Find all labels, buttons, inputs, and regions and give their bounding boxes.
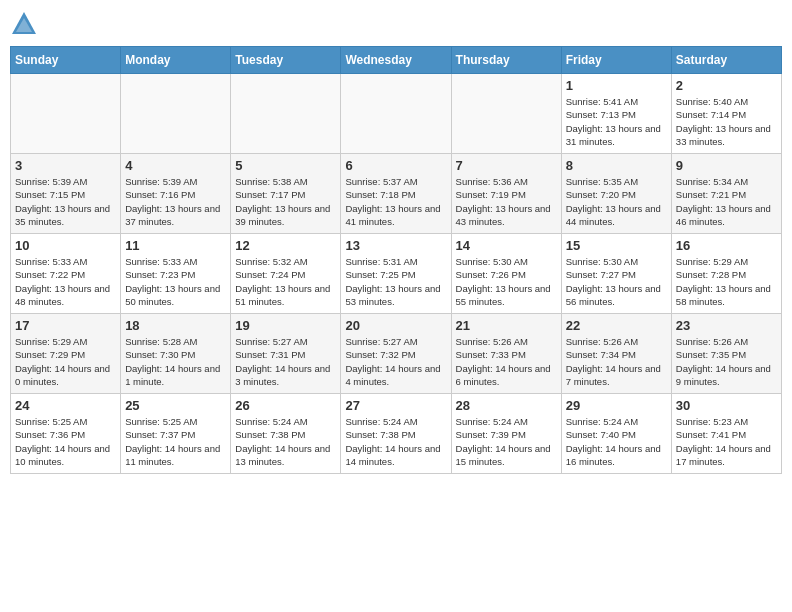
calendar-cell: 15Sunrise: 5:30 AM Sunset: 7:27 PM Dayli… bbox=[561, 234, 671, 314]
day-number: 18 bbox=[125, 318, 226, 333]
calendar-cell: 4Sunrise: 5:39 AM Sunset: 7:16 PM Daylig… bbox=[121, 154, 231, 234]
day-number: 16 bbox=[676, 238, 777, 253]
calendar-cell: 26Sunrise: 5:24 AM Sunset: 7:38 PM Dayli… bbox=[231, 394, 341, 474]
logo-icon bbox=[10, 10, 38, 38]
calendar-cell: 25Sunrise: 5:25 AM Sunset: 7:37 PM Dayli… bbox=[121, 394, 231, 474]
weekday-header-friday: Friday bbox=[561, 47, 671, 74]
calendar-cell: 16Sunrise: 5:29 AM Sunset: 7:28 PM Dayli… bbox=[671, 234, 781, 314]
calendar-cell: 9Sunrise: 5:34 AM Sunset: 7:21 PM Daylig… bbox=[671, 154, 781, 234]
week-row-5: 24Sunrise: 5:25 AM Sunset: 7:36 PM Dayli… bbox=[11, 394, 782, 474]
day-number: 15 bbox=[566, 238, 667, 253]
day-info: Sunrise: 5:30 AM Sunset: 7:27 PM Dayligh… bbox=[566, 255, 667, 308]
calendar-cell: 3Sunrise: 5:39 AM Sunset: 7:15 PM Daylig… bbox=[11, 154, 121, 234]
day-number: 5 bbox=[235, 158, 336, 173]
day-info: Sunrise: 5:26 AM Sunset: 7:35 PM Dayligh… bbox=[676, 335, 777, 388]
calendar-cell bbox=[341, 74, 451, 154]
weekday-header-monday: Monday bbox=[121, 47, 231, 74]
day-number: 2 bbox=[676, 78, 777, 93]
week-row-2: 3Sunrise: 5:39 AM Sunset: 7:15 PM Daylig… bbox=[11, 154, 782, 234]
calendar-cell: 17Sunrise: 5:29 AM Sunset: 7:29 PM Dayli… bbox=[11, 314, 121, 394]
weekday-header-thursday: Thursday bbox=[451, 47, 561, 74]
weekday-header-tuesday: Tuesday bbox=[231, 47, 341, 74]
calendar-cell bbox=[451, 74, 561, 154]
day-info: Sunrise: 5:29 AM Sunset: 7:28 PM Dayligh… bbox=[676, 255, 777, 308]
day-info: Sunrise: 5:29 AM Sunset: 7:29 PM Dayligh… bbox=[15, 335, 116, 388]
calendar-cell bbox=[121, 74, 231, 154]
day-info: Sunrise: 5:25 AM Sunset: 7:36 PM Dayligh… bbox=[15, 415, 116, 468]
calendar-cell: 23Sunrise: 5:26 AM Sunset: 7:35 PM Dayli… bbox=[671, 314, 781, 394]
day-info: Sunrise: 5:37 AM Sunset: 7:18 PM Dayligh… bbox=[345, 175, 446, 228]
weekday-header-sunday: Sunday bbox=[11, 47, 121, 74]
calendar-cell: 10Sunrise: 5:33 AM Sunset: 7:22 PM Dayli… bbox=[11, 234, 121, 314]
calendar-cell: 20Sunrise: 5:27 AM Sunset: 7:32 PM Dayli… bbox=[341, 314, 451, 394]
day-number: 19 bbox=[235, 318, 336, 333]
day-info: Sunrise: 5:39 AM Sunset: 7:16 PM Dayligh… bbox=[125, 175, 226, 228]
day-number: 17 bbox=[15, 318, 116, 333]
day-info: Sunrise: 5:25 AM Sunset: 7:37 PM Dayligh… bbox=[125, 415, 226, 468]
week-row-4: 17Sunrise: 5:29 AM Sunset: 7:29 PM Dayli… bbox=[11, 314, 782, 394]
logo bbox=[10, 10, 42, 38]
day-number: 12 bbox=[235, 238, 336, 253]
day-info: Sunrise: 5:24 AM Sunset: 7:38 PM Dayligh… bbox=[235, 415, 336, 468]
day-number: 25 bbox=[125, 398, 226, 413]
calendar-cell: 11Sunrise: 5:33 AM Sunset: 7:23 PM Dayli… bbox=[121, 234, 231, 314]
day-info: Sunrise: 5:36 AM Sunset: 7:19 PM Dayligh… bbox=[456, 175, 557, 228]
calendar-cell: 6Sunrise: 5:37 AM Sunset: 7:18 PM Daylig… bbox=[341, 154, 451, 234]
day-info: Sunrise: 5:24 AM Sunset: 7:39 PM Dayligh… bbox=[456, 415, 557, 468]
day-number: 22 bbox=[566, 318, 667, 333]
day-number: 3 bbox=[15, 158, 116, 173]
calendar-cell bbox=[11, 74, 121, 154]
day-info: Sunrise: 5:32 AM Sunset: 7:24 PM Dayligh… bbox=[235, 255, 336, 308]
calendar-cell: 18Sunrise: 5:28 AM Sunset: 7:30 PM Dayli… bbox=[121, 314, 231, 394]
day-info: Sunrise: 5:40 AM Sunset: 7:14 PM Dayligh… bbox=[676, 95, 777, 148]
calendar-cell: 22Sunrise: 5:26 AM Sunset: 7:34 PM Dayli… bbox=[561, 314, 671, 394]
day-number: 27 bbox=[345, 398, 446, 413]
day-number: 8 bbox=[566, 158, 667, 173]
day-number: 21 bbox=[456, 318, 557, 333]
day-info: Sunrise: 5:30 AM Sunset: 7:26 PM Dayligh… bbox=[456, 255, 557, 308]
day-number: 23 bbox=[676, 318, 777, 333]
calendar-cell: 2Sunrise: 5:40 AM Sunset: 7:14 PM Daylig… bbox=[671, 74, 781, 154]
calendar-cell: 14Sunrise: 5:30 AM Sunset: 7:26 PM Dayli… bbox=[451, 234, 561, 314]
day-info: Sunrise: 5:28 AM Sunset: 7:30 PM Dayligh… bbox=[125, 335, 226, 388]
calendar-cell: 27Sunrise: 5:24 AM Sunset: 7:38 PM Dayli… bbox=[341, 394, 451, 474]
day-info: Sunrise: 5:23 AM Sunset: 7:41 PM Dayligh… bbox=[676, 415, 777, 468]
calendar-cell: 13Sunrise: 5:31 AM Sunset: 7:25 PM Dayli… bbox=[341, 234, 451, 314]
calendar-cell: 8Sunrise: 5:35 AM Sunset: 7:20 PM Daylig… bbox=[561, 154, 671, 234]
calendar-cell: 28Sunrise: 5:24 AM Sunset: 7:39 PM Dayli… bbox=[451, 394, 561, 474]
day-info: Sunrise: 5:24 AM Sunset: 7:38 PM Dayligh… bbox=[345, 415, 446, 468]
calendar-table: SundayMondayTuesdayWednesdayThursdayFrid… bbox=[10, 46, 782, 474]
day-info: Sunrise: 5:38 AM Sunset: 7:17 PM Dayligh… bbox=[235, 175, 336, 228]
day-info: Sunrise: 5:26 AM Sunset: 7:34 PM Dayligh… bbox=[566, 335, 667, 388]
day-info: Sunrise: 5:24 AM Sunset: 7:40 PM Dayligh… bbox=[566, 415, 667, 468]
day-info: Sunrise: 5:31 AM Sunset: 7:25 PM Dayligh… bbox=[345, 255, 446, 308]
day-number: 4 bbox=[125, 158, 226, 173]
day-info: Sunrise: 5:27 AM Sunset: 7:32 PM Dayligh… bbox=[345, 335, 446, 388]
day-info: Sunrise: 5:41 AM Sunset: 7:13 PM Dayligh… bbox=[566, 95, 667, 148]
day-number: 20 bbox=[345, 318, 446, 333]
day-number: 7 bbox=[456, 158, 557, 173]
day-info: Sunrise: 5:26 AM Sunset: 7:33 PM Dayligh… bbox=[456, 335, 557, 388]
day-number: 10 bbox=[15, 238, 116, 253]
day-number: 13 bbox=[345, 238, 446, 253]
calendar-cell: 7Sunrise: 5:36 AM Sunset: 7:19 PM Daylig… bbox=[451, 154, 561, 234]
calendar-cell: 21Sunrise: 5:26 AM Sunset: 7:33 PM Dayli… bbox=[451, 314, 561, 394]
calendar-cell: 12Sunrise: 5:32 AM Sunset: 7:24 PM Dayli… bbox=[231, 234, 341, 314]
day-number: 6 bbox=[345, 158, 446, 173]
day-info: Sunrise: 5:33 AM Sunset: 7:23 PM Dayligh… bbox=[125, 255, 226, 308]
day-info: Sunrise: 5:39 AM Sunset: 7:15 PM Dayligh… bbox=[15, 175, 116, 228]
day-info: Sunrise: 5:34 AM Sunset: 7:21 PM Dayligh… bbox=[676, 175, 777, 228]
day-number: 26 bbox=[235, 398, 336, 413]
day-info: Sunrise: 5:33 AM Sunset: 7:22 PM Dayligh… bbox=[15, 255, 116, 308]
week-row-3: 10Sunrise: 5:33 AM Sunset: 7:22 PM Dayli… bbox=[11, 234, 782, 314]
calendar-cell: 19Sunrise: 5:27 AM Sunset: 7:31 PM Dayli… bbox=[231, 314, 341, 394]
day-number: 9 bbox=[676, 158, 777, 173]
day-number: 30 bbox=[676, 398, 777, 413]
day-number: 14 bbox=[456, 238, 557, 253]
day-number: 1 bbox=[566, 78, 667, 93]
calendar-cell: 5Sunrise: 5:38 AM Sunset: 7:17 PM Daylig… bbox=[231, 154, 341, 234]
day-info: Sunrise: 5:27 AM Sunset: 7:31 PM Dayligh… bbox=[235, 335, 336, 388]
day-number: 11 bbox=[125, 238, 226, 253]
calendar-cell: 1Sunrise: 5:41 AM Sunset: 7:13 PM Daylig… bbox=[561, 74, 671, 154]
calendar-cell: 24Sunrise: 5:25 AM Sunset: 7:36 PM Dayli… bbox=[11, 394, 121, 474]
